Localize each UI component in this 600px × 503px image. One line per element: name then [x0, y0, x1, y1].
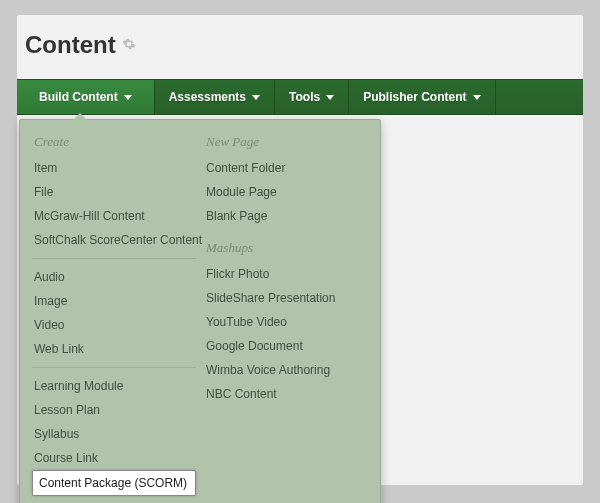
menu-item-image[interactable]: Image: [32, 289, 196, 313]
dropdown-connector-icon: [71, 113, 89, 122]
menu-item-content-folder[interactable]: Content Folder: [204, 156, 368, 180]
assessments-button[interactable]: Assessments: [155, 80, 275, 114]
menu-item-audio[interactable]: Audio: [32, 265, 196, 289]
chevron-down-icon: [473, 95, 481, 100]
page-title: Content: [25, 31, 116, 59]
menu-item-flickr-photo[interactable]: Flickr Photo: [204, 262, 368, 286]
menu-item-mcgraw-hill[interactable]: McGraw-Hill Content: [32, 204, 196, 228]
publisher-content-button[interactable]: Publisher Content: [349, 80, 495, 114]
menu-item-softchalk[interactable]: SoftChalk ScoreCenter Content: [32, 228, 196, 252]
menu-item-youtube-video[interactable]: YouTube Video: [204, 310, 368, 334]
menu-item-syllabus[interactable]: Syllabus: [32, 422, 196, 446]
menu-item-wimba-voice[interactable]: Wimba Voice Authoring: [204, 358, 368, 382]
menu-item-module-page[interactable]: Module Page: [204, 180, 368, 204]
tools-button[interactable]: Tools: [275, 80, 349, 114]
menu-item-file[interactable]: File: [32, 180, 196, 204]
menu-item-slideshare[interactable]: SlideShare Presentation: [204, 286, 368, 310]
dropdown-right-column: New Page Content Folder Module Page Blan…: [204, 130, 368, 496]
tools-label: Tools: [289, 90, 320, 104]
chevron-down-icon: [252, 95, 260, 100]
page-header: Content: [17, 15, 583, 77]
menu-item-item[interactable]: Item: [32, 156, 196, 180]
menu-item-google-document[interactable]: Google Document: [204, 334, 368, 358]
publisher-content-label: Publisher Content: [363, 90, 466, 104]
dropdown-left-column: Create Item File McGraw-Hill Content Sof…: [32, 130, 196, 496]
menu-item-video[interactable]: Video: [32, 313, 196, 337]
new-page-header: New Page: [204, 130, 368, 156]
menu-item-content-package-scorm[interactable]: Content Package (SCORM): [32, 470, 196, 496]
content-panel: Content Build Content Assessments Tools …: [16, 14, 584, 486]
build-content-button[interactable]: Build Content: [17, 80, 155, 114]
menu-item-blank-page[interactable]: Blank Page: [204, 204, 368, 228]
create-header: Create: [32, 130, 196, 156]
mashups-header: Mashups: [204, 236, 368, 262]
menu-item-lesson-plan[interactable]: Lesson Plan: [32, 398, 196, 422]
assessments-label: Assessments: [169, 90, 246, 104]
menu-item-web-link[interactable]: Web Link: [32, 337, 196, 361]
menu-item-learning-module[interactable]: Learning Module: [32, 374, 196, 398]
menu-separator: [32, 367, 196, 368]
action-toolbar: Build Content Assessments Tools Publishe…: [17, 79, 583, 115]
menu-item-course-link[interactable]: Course Link: [32, 446, 196, 470]
chevron-down-icon: [326, 95, 334, 100]
menu-item-nbc-content[interactable]: NBC Content: [204, 382, 368, 406]
menu-separator: [32, 258, 196, 259]
page-options-icon[interactable]: [122, 37, 136, 53]
chevron-down-icon: [124, 95, 132, 100]
build-content-dropdown: Create Item File McGraw-Hill Content Sof…: [19, 119, 381, 503]
build-content-label: Build Content: [39, 90, 118, 104]
